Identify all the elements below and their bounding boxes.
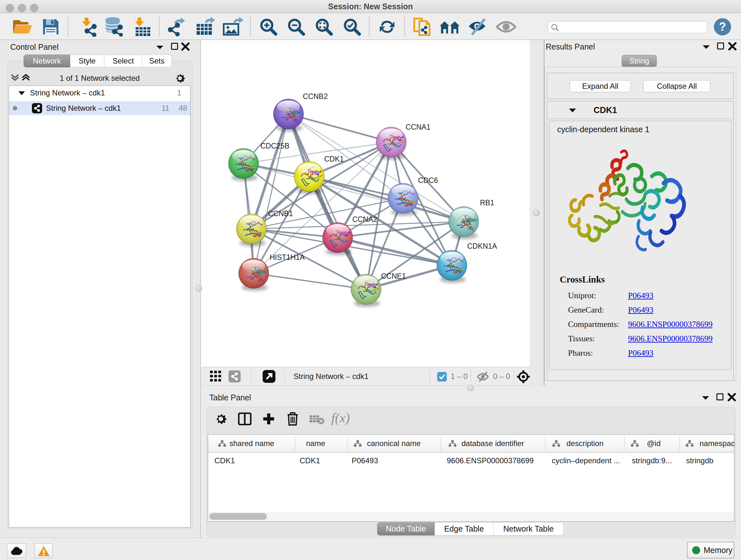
svg-text:CCNE1: CCNE1	[381, 272, 406, 280]
svg-text:CDKN1A: CDKN1A	[467, 242, 497, 250]
svg-text:HIST1H1A: HIST1H1A	[270, 253, 305, 261]
svg-text:RB1: RB1	[480, 199, 494, 207]
svg-text:CCNB1: CCNB1	[268, 209, 293, 218]
svg-text:CDC25B: CDC25B	[260, 142, 289, 150]
svg-text:CCNA2: CCNA2	[352, 215, 377, 224]
svg-text:CCNA1: CCNA1	[406, 123, 430, 131]
svg-text:?: ?	[719, 20, 726, 33]
svg-text:CCNB2: CCNB2	[303, 92, 328, 101]
svg-text:CDC6: CDC6	[418, 176, 438, 185]
svg-text:CDK1: CDK1	[324, 155, 344, 163]
